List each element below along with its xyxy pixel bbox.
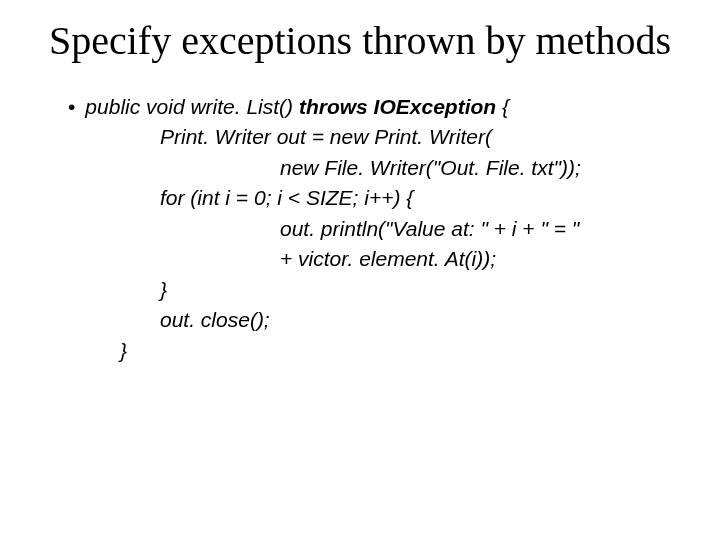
- code-text: {: [502, 95, 509, 118]
- code-line-8: out. close();: [160, 305, 680, 335]
- slide-title: Specify exceptions thrown by methods: [40, 18, 680, 64]
- code-text-bold: throws IOException: [299, 95, 502, 118]
- code-text: public void write. List(): [85, 95, 299, 118]
- code-line-7: }: [160, 275, 680, 305]
- code-line-6: + victor. element. At(i));: [280, 244, 680, 274]
- code-line-2: Print. Writer out = new Print. Writer(: [160, 122, 680, 152]
- code-line-9: }: [120, 336, 680, 366]
- code-line-1: • public void write. List() throws IOExc…: [68, 92, 680, 122]
- code-block: • public void write. List() throws IOExc…: [40, 92, 680, 366]
- code-line-5: out. println("Value at: " + i + " = ": [280, 214, 680, 244]
- code-line-3: new File. Writer("Out. File. txt"));: [280, 153, 680, 183]
- bullet-icon: •: [68, 92, 75, 122]
- code-line-4: for (int i = 0; i < SIZE; i++) {: [160, 183, 680, 213]
